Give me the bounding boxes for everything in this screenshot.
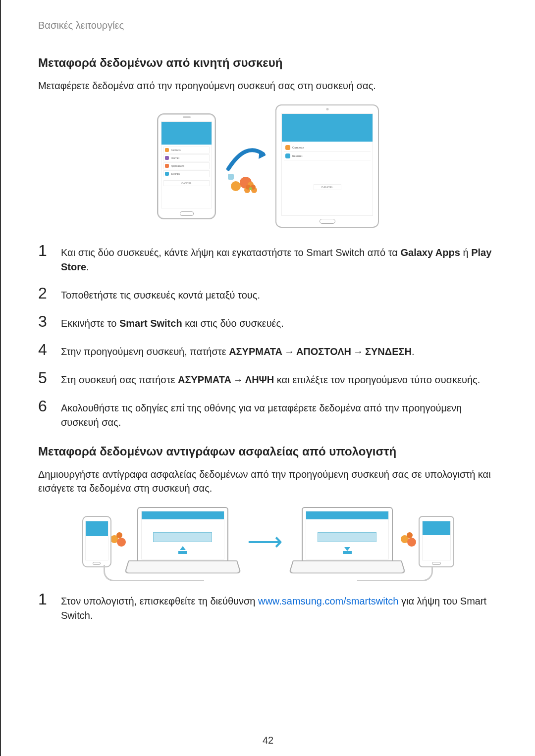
svg-point-11 — [117, 538, 126, 547]
arrow-icon: → — [282, 346, 296, 357]
svg-point-17 — [407, 532, 413, 538]
svg-rect-13 — [178, 551, 187, 554]
step-number: 4 — [38, 342, 52, 357]
figure-phone-to-tablet: Contacts Internet Applications Settings … — [38, 104, 498, 228]
phone-device-illustration: Contacts Internet Applications Settings … — [157, 113, 216, 219]
pc-step-1: 1 Στον υπολογιστή, επισκεφθείτε τη διεύθ… — [38, 591, 498, 623]
breadcrumb: Βασικές λειτουργίες — [38, 20, 498, 31]
step-2: 2 Τοποθετήστε τις συσκευές κοντά μεταξύ … — [38, 285, 498, 302]
section-title-mobile-transfer: Μεταφορά δεδομένων από κινητή συσκευή — [38, 56, 498, 70]
laptop-tablet-group — [293, 507, 454, 576]
section-intro-pc-backup: Δημιουργήστε αντίγραφα ασφαλείας δεδομέν… — [38, 467, 498, 495]
mock-settings-label: Settings — [171, 172, 180, 175]
step-4: 4 Στην προηγούμενη συσκευή, πατήστε ΑΣΥΡ… — [38, 342, 498, 359]
page-tab-mark — [0, 0, 1, 6]
svg-point-16 — [407, 538, 416, 547]
arrow-icon: → — [351, 346, 365, 357]
arrow-icon: → — [231, 374, 245, 385]
mock-contacts-label-2: Contacts — [292, 146, 304, 149]
step-number: 3 — [38, 313, 52, 329]
small-phone-illustration — [82, 516, 111, 567]
step-number: 1 — [38, 591, 52, 607]
section-title-pc-backup: Μεταφορά δεδομένων αντιγράφων ασφαλείας … — [38, 445, 498, 458]
step-5: 5 Στη συσκευή σας πατήστε ΑΣΥΡΜΑΤΑ→ΛΗΨΗ … — [38, 370, 498, 387]
step-number: 5 — [38, 370, 52, 386]
step-6: 6 Ακολουθήστε τις οδηγίες επί της οθόνης… — [38, 398, 498, 430]
mock-apps-label: Applications — [171, 164, 184, 167]
laptop-illustration-1 — [128, 507, 237, 576]
tablet-device-illustration: Contacts Internet CANCEL — [275, 104, 379, 228]
section-intro-mobile-transfer: Μεταφέρετε δεδομένα από την προηγούμενη … — [38, 79, 498, 93]
download-icon — [341, 544, 353, 556]
mock-internet-label-2: Internet — [292, 154, 302, 157]
svg-rect-14 — [343, 551, 352, 554]
steps-list-mobile: 1 Και στις δύο συσκευές, κάντε λήψη και … — [38, 243, 498, 430]
smartswitch-link[interactable]: www.samsung.com/smartswitch — [258, 596, 398, 606]
small-tablet-illustration — [419, 516, 454, 567]
svg-point-12 — [116, 532, 122, 538]
arrow-right-icon: ⟶ — [247, 527, 283, 556]
steps-list-pc: 1 Στον υπολογιστή, επισκεφθείτε τη διεύθ… — [38, 591, 498, 623]
step-3: 3 Εκκινήστε το Smart Switch και στις δύο… — [38, 313, 498, 331]
transfer-arrow-icon — [226, 144, 266, 203]
figure-laptop-transfer: ⟶ — [38, 507, 498, 576]
mock-cancel-label: CANCEL — [163, 180, 210, 186]
step-1: 1 Και στις δύο συσκευές, κάντε λήψη και … — [38, 243, 498, 274]
step-number: 2 — [38, 285, 52, 301]
mock-internet-label: Internet — [171, 156, 179, 159]
page: Βασικές λειτουργίες Μεταφορά δεδομένων α… — [0, 0, 535, 756]
cable-illustration — [357, 566, 433, 581]
decor-shapes-icon — [399, 529, 419, 554]
decor-shapes-icon — [108, 529, 128, 554]
svg-point-9 — [249, 187, 252, 190]
svg-point-1 — [231, 181, 241, 191]
phone-laptop-group — [82, 507, 237, 576]
mock-cancel-label-2: CANCEL — [314, 184, 341, 190]
step-number: 6 — [38, 398, 52, 414]
step-number: 1 — [38, 243, 52, 258]
upload-icon — [177, 544, 189, 556]
cable-illustration — [104, 565, 204, 581]
mock-contacts-label: Contacts — [171, 149, 181, 151]
svg-rect-3 — [228, 174, 234, 180]
page-number: 42 — [1, 735, 535, 746]
